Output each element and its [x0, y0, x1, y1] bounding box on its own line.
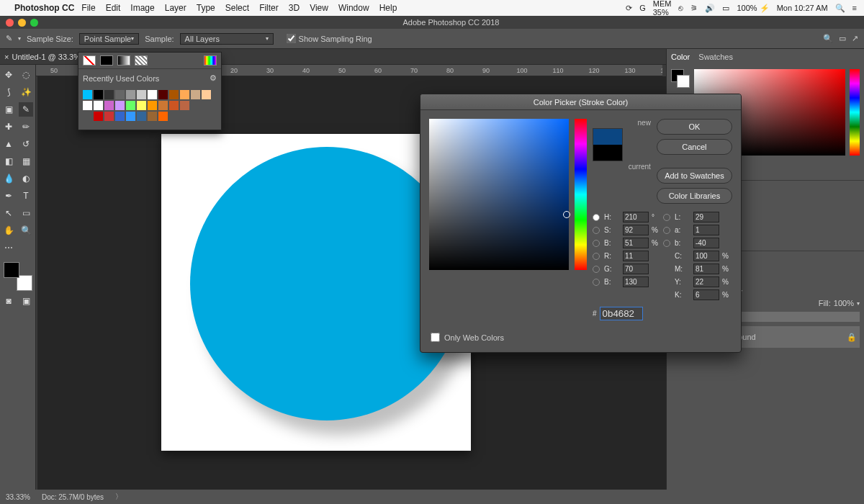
- menu-view[interactable]: View: [310, 3, 328, 13]
- hsb-s-radio[interactable]: [593, 227, 600, 234]
- zoom-window-icon[interactable]: [30, 19, 38, 27]
- recent-color-swatch[interactable]: [148, 112, 157, 121]
- recent-color-swatch[interactable]: [94, 112, 103, 121]
- color-bg-swatch[interactable]: [677, 75, 690, 88]
- cmyk-k-input[interactable]: [693, 289, 719, 300]
- crop-tool-icon[interactable]: ▣: [1, 102, 16, 117]
- recent-color-swatch[interactable]: [137, 112, 146, 121]
- recent-color-swatch[interactable]: [148, 90, 157, 99]
- menu-help[interactable]: Help: [379, 3, 397, 13]
- close-window-icon[interactable]: [6, 19, 14, 27]
- history-brush-tool-icon[interactable]: ↺: [19, 137, 33, 151]
- sample-size-select[interactable]: Point Sample▾: [79, 33, 139, 45]
- tab-swatches[interactable]: Swatches: [698, 53, 733, 61]
- lab-a-input[interactable]: [693, 225, 719, 235]
- doc-info[interactable]: Doc: 25.7M/0 bytes: [42, 493, 104, 501]
- gradient-swatch[interactable]: [117, 55, 130, 66]
- battery-indicator[interactable]: 100% ⚡: [737, 4, 769, 13]
- search-icon[interactable]: 🔍: [823, 34, 833, 43]
- blur-tool-icon[interactable]: 💧: [1, 171, 16, 186]
- recent-color-swatch[interactable]: [180, 90, 189, 99]
- spotlight-icon[interactable]: 🔍: [835, 4, 845, 13]
- solid-swatch[interactable]: [100, 55, 113, 66]
- show-sampling-ring-checkbox[interactable]: Show Sampling Ring: [287, 34, 372, 43]
- more-tools-icon[interactable]: ⋯: [1, 240, 16, 255]
- ok-button[interactable]: OK: [657, 119, 732, 135]
- menu-image[interactable]: Image: [130, 3, 154, 13]
- lasso-tool-icon[interactable]: ⟆: [1, 85, 16, 99]
- hsb-h-input[interactable]: [623, 212, 649, 222]
- menu-layer[interactable]: Layer: [165, 3, 186, 13]
- rgb-g-input[interactable]: [623, 264, 649, 274]
- move-tool-icon[interactable]: ✥: [1, 68, 16, 82]
- recent-color-swatch[interactable]: [158, 101, 168, 110]
- tab-color[interactable]: Color: [671, 53, 690, 61]
- hsb-s-input[interactable]: [623, 225, 649, 235]
- foreground-background-swatch[interactable]: [4, 262, 32, 291]
- new-color-preview[interactable]: [593, 129, 622, 145]
- pen-tool-icon[interactable]: ✒: [1, 189, 16, 203]
- volume-icon[interactable]: 🔊: [705, 4, 715, 13]
- gear-icon[interactable]: ⚙: [210, 73, 217, 83]
- marquee-tool-icon[interactable]: ◌: [19, 68, 33, 82]
- recent-color-swatch[interactable]: [169, 90, 179, 99]
- recent-color-swatch[interactable]: [115, 112, 125, 121]
- recent-color-swatch[interactable]: [180, 101, 189, 110]
- lab-b-input[interactable]: [693, 238, 719, 248]
- quickmask-icon[interactable]: ◙: [1, 294, 16, 308]
- lab-a-radio[interactable]: [663, 227, 670, 234]
- recent-color-swatch[interactable]: [202, 90, 211, 99]
- rgb-b-input[interactable]: [623, 276, 649, 287]
- stamp-tool-icon[interactable]: ▲: [1, 137, 16, 151]
- cloud-icon[interactable]: ⟳: [626, 4, 632, 13]
- recent-color-swatch[interactable]: [115, 101, 125, 110]
- recent-color-swatch[interactable]: [94, 90, 103, 99]
- menu-type[interactable]: Type: [197, 3, 215, 13]
- recent-color-swatch[interactable]: [115, 90, 125, 99]
- screen-mode-icon[interactable]: ▣: [19, 294, 33, 308]
- rgb-g-radio[interactable]: [593, 266, 600, 273]
- logitech-icon[interactable]: G: [639, 4, 646, 12]
- current-color-preview[interactable]: [593, 145, 622, 161]
- recent-color-swatch[interactable]: [104, 101, 114, 110]
- hsb-b-input[interactable]: [623, 238, 649, 248]
- shape-tool-icon[interactable]: ▭: [19, 206, 33, 220]
- recent-color-swatch[interactable]: [104, 90, 114, 99]
- recent-color-swatch[interactable]: [104, 112, 114, 121]
- dodge-tool-icon[interactable]: ◐: [19, 171, 33, 186]
- recent-color-swatch[interactable]: [83, 90, 92, 99]
- cancel-button[interactable]: Cancel: [657, 139, 732, 155]
- only-web-colors-checkbox[interactable]: Only Web Colors: [431, 333, 504, 342]
- display-icon[interactable]: ▭: [722, 4, 729, 13]
- recent-color-swatch[interactable]: [94, 101, 103, 110]
- wand-tool-icon[interactable]: ✨: [19, 85, 33, 99]
- menu-3d[interactable]: 3D: [289, 3, 300, 13]
- recent-color-swatch[interactable]: [83, 101, 92, 110]
- recent-color-swatch[interactable]: [126, 101, 135, 110]
- hex-input[interactable]: [600, 307, 643, 320]
- cmyk-c-input[interactable]: [693, 251, 719, 261]
- hand-tool-icon[interactable]: ✋: [1, 223, 16, 238]
- saturation-field[interactable]: [429, 119, 569, 270]
- add-to-swatches-button[interactable]: Add to Swatches: [657, 168, 732, 184]
- path-select-tool-icon[interactable]: ↖: [1, 206, 16, 220]
- menu-icon[interactable]: ≡: [852, 4, 857, 12]
- share-icon[interactable]: ↗: [852, 34, 858, 43]
- color-marker[interactable]: [563, 211, 570, 218]
- rgb-r-input[interactable]: [623, 251, 649, 261]
- sample-select[interactable]: All Layers▾: [180, 33, 274, 45]
- menu-filter[interactable]: Filter: [259, 3, 279, 13]
- recent-color-swatch[interactable]: [137, 101, 146, 110]
- recent-color-swatch[interactable]: [158, 112, 168, 121]
- menu-edit[interactable]: Edit: [106, 3, 121, 13]
- fill-value[interactable]: 100%: [834, 299, 854, 307]
- rgb-b-radio[interactable]: [593, 279, 600, 286]
- healing-tool-icon[interactable]: ✚: [1, 120, 16, 134]
- recent-color-swatch[interactable]: [191, 90, 200, 99]
- menu-window[interactable]: Window: [338, 3, 369, 13]
- eraser-tool-icon[interactable]: ◧: [1, 154, 16, 168]
- pattern-swatch[interactable]: [135, 55, 148, 66]
- wifi-icon[interactable]: ⚞: [690, 4, 698, 13]
- recent-color-swatch[interactable]: [158, 90, 168, 99]
- recent-color-swatch[interactable]: [169, 101, 179, 110]
